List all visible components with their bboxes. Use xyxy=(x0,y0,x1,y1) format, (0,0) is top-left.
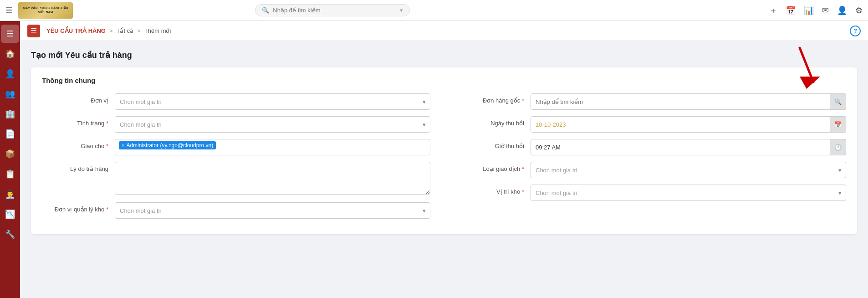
giao-cho-input-wrapper: × Administrator (vy.ngo@cloudpro.vn) xyxy=(115,139,430,155)
calendar-icon[interactable]: 📅 xyxy=(786,5,796,15)
vi-tri-kho-row: Vị trí kho * Chon mot gia tri xyxy=(458,185,846,201)
logo: MÁY VĂN PHÒNG HÀNG ĐẦU VIỆT NAM xyxy=(18,2,73,19)
giao-cho-tag: × Administrator (vy.ngo@cloudpro.vn) xyxy=(119,141,216,149)
breadcrumb-module: YÊU CẦU TRẢ HÀNG xyxy=(46,27,106,34)
ngay-thu-hoi-wrapper: 📅 xyxy=(531,116,846,133)
tag-close-icon[interactable]: × xyxy=(122,143,124,148)
breadcrumb-sep1: > xyxy=(109,27,113,34)
breadcrumb-bar: ☰ YÊU CẦU TRẢ HÀNG > Tất cả > Thêm mới ? xyxy=(20,21,868,41)
content-area: Tạo mới Yêu cầu trả hàng Thông tin chung… xyxy=(20,41,868,298)
sidebar-item-orders[interactable]: 📋 xyxy=(1,165,19,183)
don-hang-goc-label: Đơn hàng gốc * xyxy=(458,93,531,104)
ly-do-input-wrapper xyxy=(115,162,430,196)
nav-icons: ＋ 📅 📊 ✉ 👤 ⚙ xyxy=(769,5,863,16)
loai-giao-dich-select[interactable]: Chon mot gia tri xyxy=(531,162,846,178)
form-col-right: Đơn hàng gốc * 🔍 Ngày thu hồi xyxy=(439,93,846,225)
gio-thu-hoi-label: Giờ thu hồi xyxy=(458,139,531,149)
user-icon[interactable]: 👤 xyxy=(837,5,847,15)
section-title: Thông tin chung xyxy=(42,77,846,84)
main-wrapper: ☰ YÊU CẦU TRẢ HÀNG > Tất cả > Thêm mới ?… xyxy=(20,21,868,298)
sidebar-item-employees[interactable]: 👨‍💼 xyxy=(1,185,19,203)
sidebar-item-reports[interactable]: 📉 xyxy=(1,205,19,223)
vi-tri-kho-wrapper[interactable]: Chon mot gia tri xyxy=(531,185,846,201)
global-search-bar[interactable]: 🔍 ▾ xyxy=(255,4,410,16)
don-vi-quan-ly-kho-select[interactable]: Chon mot gia tri xyxy=(115,202,430,219)
tinh-trang-label: Tình trạng * xyxy=(42,116,115,127)
sidebar-item-company[interactable]: 🏢 xyxy=(1,105,19,123)
form-columns: Đơn vị Chon mot gia tri Tình trạng * xyxy=(42,93,846,225)
logo-area: MÁY VĂN PHÒNG HÀNG ĐẦU VIỆT NAM xyxy=(18,2,73,19)
don-vi-quan-ly-kho-required: * xyxy=(106,206,108,213)
don-hang-goc-search-btn[interactable]: 🔍 xyxy=(830,93,846,110)
gio-thu-hoi-row: Giờ thu hồi 🕐 xyxy=(458,139,846,155)
ngay-thu-hoi-row: Ngày thu hồi 📅 xyxy=(458,116,846,133)
tag-value: Administrator (vy.ngo@cloudpro.vn) xyxy=(126,142,213,149)
sidebar-item-home[interactable]: 🏠 xyxy=(1,45,19,63)
don-hang-goc-wrapper: 🔍 xyxy=(531,93,846,110)
loai-giao-dich-wrapper[interactable]: Chon mot gia tri xyxy=(531,162,846,178)
mail-icon[interactable]: ✉ xyxy=(822,5,829,15)
loai-giao-dich-row: Loại giao dịch * Chon mot gia tri xyxy=(458,162,846,178)
sidebar-item-documents[interactable]: 📄 xyxy=(1,125,19,143)
add-icon[interactable]: ＋ xyxy=(769,5,777,16)
tinh-trang-required: * xyxy=(106,120,108,127)
vi-tri-kho-label: Vị trí kho * xyxy=(458,185,531,195)
ly-do-textarea[interactable] xyxy=(115,162,430,195)
don-hang-goc-required: * xyxy=(522,97,524,104)
breadcrumb-sep2: > xyxy=(137,27,141,34)
sidebar-item-menu[interactable]: ☰ xyxy=(1,25,19,43)
vi-tri-kho-required: * xyxy=(522,188,524,195)
loai-giao-dich-label: Loại giao dịch * xyxy=(458,162,531,172)
don-hang-goc-input[interactable] xyxy=(531,93,846,110)
sidebar-item-users[interactable]: 👥 xyxy=(1,85,19,103)
chevron-down-icon: ▾ xyxy=(400,7,403,14)
don-vi-quan-ly-kho-row: Đơn vị quản lý kho * Chon mot gia tri xyxy=(42,202,430,219)
top-navbar: ☰ MÁY VĂN PHÒNG HÀNG ĐẦU VIỆT NAM 🔍 ▾ ＋ … xyxy=(0,0,868,21)
breadcrumb-current: Thêm mới xyxy=(144,27,171,34)
don-vi-label: Đơn vị xyxy=(42,93,115,104)
page-title: Tạo mới Yêu cầu trả hàng xyxy=(31,50,857,60)
vi-tri-kho-select[interactable]: Chon mot gia tri xyxy=(531,185,846,201)
sidebar-item-inventory[interactable]: 📦 xyxy=(1,145,19,163)
gio-thu-hoi-input[interactable] xyxy=(531,139,846,155)
sidebar-item-settings[interactable]: 🔧 xyxy=(1,225,19,243)
gio-thu-hoi-wrapper: 🕐 xyxy=(531,139,846,155)
don-vi-quan-ly-kho-wrapper[interactable]: Chon mot gia tri xyxy=(115,202,430,219)
breadcrumb-menu-icon[interactable]: ☰ xyxy=(27,25,40,37)
hamburger-icon[interactable]: ☰ xyxy=(5,5,13,15)
giao-cho-required: * xyxy=(106,143,108,149)
giao-cho-row: Giao cho * × Administrator (vy.ngo@cloud… xyxy=(42,139,430,155)
don-hang-goc-row: Đơn hàng gốc * 🔍 xyxy=(458,93,846,110)
breadcrumb-all-link[interactable]: Tất cả xyxy=(117,27,134,34)
settings-icon[interactable]: ⚙ xyxy=(855,5,863,15)
ly-do-row: Lý do trả hàng xyxy=(42,162,430,196)
giao-cho-tag-input[interactable]: × Administrator (vy.ngo@cloudpro.vn) xyxy=(115,139,430,155)
help-icon[interactable]: ? xyxy=(850,26,861,36)
ngay-thu-hoi-label: Ngày thu hồi xyxy=(458,116,531,127)
sidebar-item-contacts[interactable]: 👤 xyxy=(1,65,19,83)
tinh-trang-input-wrapper[interactable]: Chon mot gia tri xyxy=(115,116,430,133)
chart-icon[interactable]: 📊 xyxy=(804,5,814,15)
global-search-input[interactable] xyxy=(273,7,382,14)
don-vi-select[interactable]: Chon mot gia tri xyxy=(115,93,430,110)
ly-do-label: Lý do trả hàng xyxy=(42,162,115,172)
tinh-trang-row: Tình trạng * Chon mot gia tri xyxy=(42,116,430,133)
loai-giao-dich-required: * xyxy=(522,165,524,172)
form-card: Thông tin chung Đơn vị Chon mot gia tri xyxy=(31,67,857,234)
ngay-thu-hoi-calendar-btn[interactable]: 📅 xyxy=(830,116,846,133)
don-vi-row: Đơn vị Chon mot gia tri xyxy=(42,93,430,110)
search-icon: 🔍 xyxy=(262,7,269,14)
form-col-left: Đơn vị Chon mot gia tri Tình trạng * xyxy=(42,93,439,225)
don-vi-quan-ly-kho-label: Đơn vị quản lý kho * xyxy=(42,202,115,213)
giao-cho-label: Giao cho * xyxy=(42,139,115,149)
don-vi-input-wrapper[interactable]: Chon mot gia tri xyxy=(115,93,430,110)
ngay-thu-hoi-input[interactable] xyxy=(531,116,846,133)
gio-thu-hoi-clock-btn[interactable]: 🕐 xyxy=(830,139,846,155)
tinh-trang-select[interactable]: Chon mot gia tri xyxy=(115,116,430,133)
left-sidebar: ☰ 🏠 👤 👥 🏢 📄 📦 📋 👨‍💼 📉 🔧 xyxy=(0,21,20,298)
